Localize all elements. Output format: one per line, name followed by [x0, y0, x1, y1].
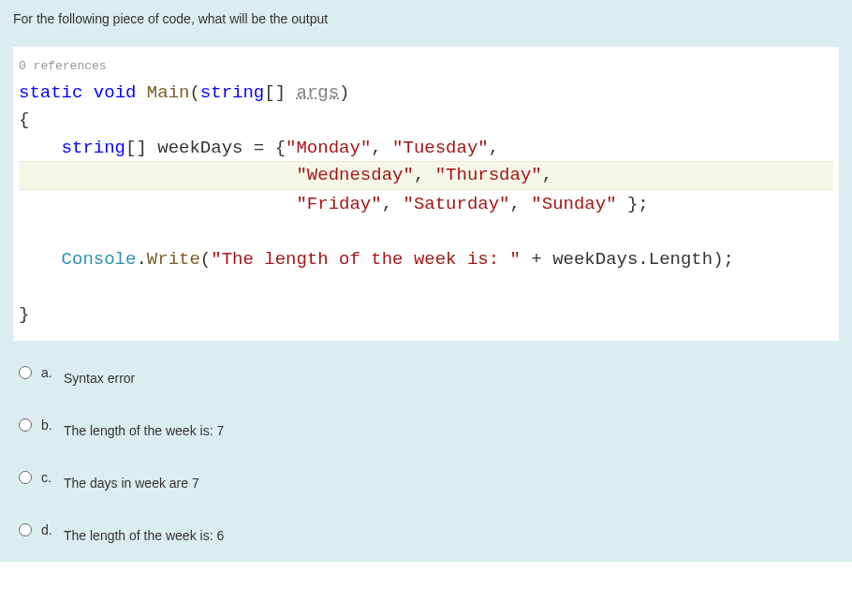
radio-d[interactable]: [19, 523, 32, 536]
option-letter: a.: [41, 365, 58, 380]
class-console: Console: [62, 249, 137, 270]
str-thu: "Thursday": [435, 165, 542, 185]
str-tue: "Tuesday": [392, 138, 489, 158]
option-text: Syntax error: [64, 365, 135, 386]
brackets: []: [264, 82, 296, 103]
option-letter: b.: [41, 418, 58, 433]
comma6: ,: [510, 194, 532, 214]
option-a[interactable]: a. Syntax error: [19, 365, 833, 386]
decl: [] weekDays = {: [125, 138, 286, 158]
code-block: 0 referencesstatic void Main(string[] ar…: [13, 47, 839, 341]
option-text: The days in week are 7: [64, 470, 199, 491]
str-sun: "Sunday": [531, 194, 616, 214]
comma5: ,: [382, 194, 404, 214]
question-prompt: For the following piece of code, what wi…: [13, 11, 839, 26]
code-references: 0 references: [19, 59, 107, 73]
paren-close: ): [339, 82, 349, 103]
paren-open: (: [189, 82, 199, 103]
indent: [19, 138, 62, 158]
param-args: args: [297, 82, 340, 103]
option-text: The length of the week is: 7: [64, 418, 224, 438]
tail: + weekDays.Length);: [521, 249, 734, 270]
option-text: The length of the week is: 6: [64, 522, 224, 543]
method-write: Write: [147, 249, 200, 270]
question-container: For the following piece of code, what wi…: [0, 0, 852, 562]
option-c[interactable]: c. The days in week are 7: [19, 470, 833, 491]
str-sat: "Saturday": [403, 194, 509, 214]
radio-b[interactable]: [19, 418, 32, 432]
option-letter: c.: [41, 470, 58, 485]
option-b[interactable]: b. The length of the week is: 7: [19, 418, 833, 438]
comma2: ,: [489, 138, 499, 158]
str-wed: "Wednesday": [296, 165, 413, 185]
indent2: [19, 165, 296, 185]
comma4: ,: [542, 165, 552, 185]
option-letter: d.: [41, 522, 58, 537]
arr-end: };: [617, 194, 649, 214]
option-d[interactable]: d. The length of the week is: 6: [19, 522, 833, 543]
options-list: a. Syntax error b. The length of the wee…: [13, 358, 839, 543]
brace-close: }: [19, 304, 29, 325]
radio-a[interactable]: [19, 366, 32, 379]
type-string2: string: [62, 138, 125, 158]
dot: .: [136, 249, 146, 270]
str-mon: "Monday": [286, 138, 371, 158]
str-msg: "The length of the week is: ": [211, 249, 521, 270]
indent4: [19, 249, 62, 270]
paren-open2: (: [200, 249, 211, 270]
method-main: Main: [147, 82, 190, 103]
kw-void: void: [94, 82, 137, 103]
kw-static: static: [19, 82, 82, 103]
type-string: string: [200, 82, 264, 103]
str-fri: "Friday": [296, 194, 381, 214]
brace-open: {: [19, 110, 29, 130]
comma3: ,: [414, 165, 435, 185]
radio-c[interactable]: [19, 471, 32, 484]
indent3: [19, 194, 296, 214]
comma: ,: [371, 138, 392, 158]
